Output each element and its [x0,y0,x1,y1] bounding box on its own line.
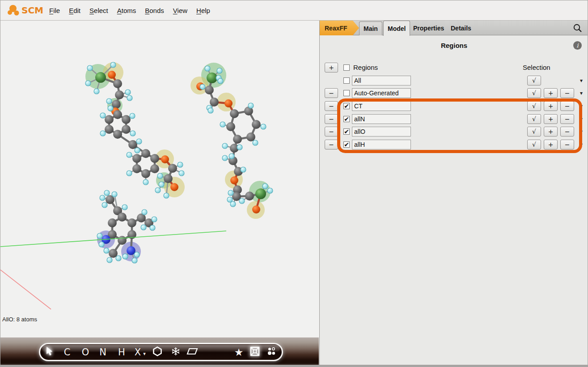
row-alln-add-button[interactable]: + [544,114,558,124]
plane-tool-icon[interactable] [186,347,198,357]
row-ct-name-field[interactable] [352,101,411,111]
row-allo-name-field[interactable] [352,127,411,137]
tool-oxygen[interactable]: O [82,347,89,357]
tool-hydrogen[interactable]: H [118,347,125,357]
row-alln-select-button[interactable]: √ [527,114,541,124]
row-ct-checkbox[interactable]: ✔ [343,103,350,109]
right-panel: ReaxFF Main Model Properties Details Reg… [319,21,588,367]
scm-logo: SCM [7,3,43,17]
window-bottom-edge [0,365,588,367]
row-allo-add-button[interactable]: + [544,127,558,137]
tool-element-x[interactable]: X [135,347,141,357]
row-allh-remove-button[interactable]: − [325,140,338,149]
tab-model[interactable]: Model [383,21,410,36]
row-allo-dropdown-icon[interactable]: ▾ [580,128,583,135]
row-all-checkbox[interactable] [343,77,350,84]
box-select-icon[interactable] [250,346,260,358]
row-autogen-dropdown-icon[interactable]: ▾ [580,90,583,96]
row-autogen-select-button[interactable]: √ [527,88,541,98]
row-ct-add-button[interactable]: + [544,101,558,111]
row-alln-checkbox[interactable]: ✔ [343,116,350,122]
tab-properties[interactable]: Properties [413,21,444,35]
regions-header-label: Regions [353,64,378,71]
row-autogen-add-button[interactable]: + [544,88,558,98]
menu-view[interactable]: View [173,7,187,14]
menu-bonds[interactable]: Bonds [145,7,164,14]
menu-help[interactable]: Help [196,7,210,14]
row-autogen-name-field[interactable] [352,88,411,98]
regions-checkbox[interactable] [343,64,350,71]
tab-details[interactable]: Details [451,21,471,35]
row-ct-dropdown-icon[interactable]: ▾ [580,103,583,109]
row-autogen-checkbox[interactable] [343,90,350,96]
row-ct-select-button[interactable]: √ [527,101,541,111]
tool-carbon[interactable]: C [64,347,71,357]
add-region-button[interactable]: + [325,63,338,73]
row-allh-checkbox[interactable]: ✔ [343,141,350,148]
row-alln-dropdown-icon[interactable]: ▾ [580,116,583,122]
element-dropdown-icon[interactable]: ▾ [143,351,146,356]
search-icon[interactable] [573,23,583,33]
row-allh-minus-button[interactable]: − [560,140,574,149]
row-alln-remove-button[interactable]: − [325,114,338,124]
row-autogen-minus-button[interactable]: − [560,88,574,98]
row-ct-remove-button[interactable]: − [325,101,338,111]
ring-tool-icon[interactable] [152,346,162,358]
selection-header-label: Selection [523,64,550,71]
menu-atoms[interactable]: Atoms [117,7,136,14]
row-allo-select-button[interactable]: √ [527,127,541,137]
menu-edit[interactable]: Edit [69,7,80,14]
scm-logo-text: SCM [21,5,43,16]
molecule-scene [0,21,319,337]
row-allh-add-button[interactable]: + [544,140,558,149]
row-autogen-remove-button[interactable]: − [325,88,338,98]
row-all-select-button[interactable]: √ [527,76,541,85]
tab-main[interactable]: Main [359,21,382,35]
tab-bar: ReaxFF Main Model Properties Details [320,21,588,35]
row-allh-select-button[interactable]: √ [527,140,541,149]
star-icon[interactable]: ★ [234,347,244,357]
menu-file[interactable]: File [49,7,60,14]
tool-nitrogen[interactable]: N [99,347,106,357]
row-allh-dropdown-icon[interactable]: ▾ [580,141,583,148]
row-allh-name-field[interactable] [352,140,411,149]
scm-window: SCM File Edit Select Atoms Bonds View He… [0,0,588,367]
row-allo-checkbox[interactable]: ✔ [343,128,350,135]
select-cursor-icon[interactable] [47,347,53,358]
molecule-viewport[interactable]: AllO: 8 atoms C O N H X ▾ [0,21,319,367]
atoms-dots-icon[interactable] [267,347,276,358]
row-ct-minus-button[interactable]: − [560,101,574,111]
row-alln-name-field[interactable] [352,114,411,124]
info-icon[interactable]: i [573,41,582,50]
status-text: AllO: 8 atoms [2,316,37,323]
atom-toolbar: C O N H X ▾ ★ [39,343,283,361]
menubar: SCM File Edit Select Atoms Bonds View He… [0,0,588,21]
row-allo-minus-button[interactable]: − [560,127,574,137]
menu-select[interactable]: Select [89,7,108,14]
row-alln-minus-button[interactable]: − [560,114,574,124]
scm-logo-icon [7,3,21,17]
row-all-dropdown-icon[interactable]: ▾ [580,77,583,84]
freeze-icon[interactable] [171,347,180,358]
panel-title: Regions [320,42,588,49]
tab-reaxff[interactable]: ReaxFF [320,21,359,35]
row-allo-remove-button[interactable]: − [325,127,338,137]
row-all-name-field[interactable] [352,76,411,85]
